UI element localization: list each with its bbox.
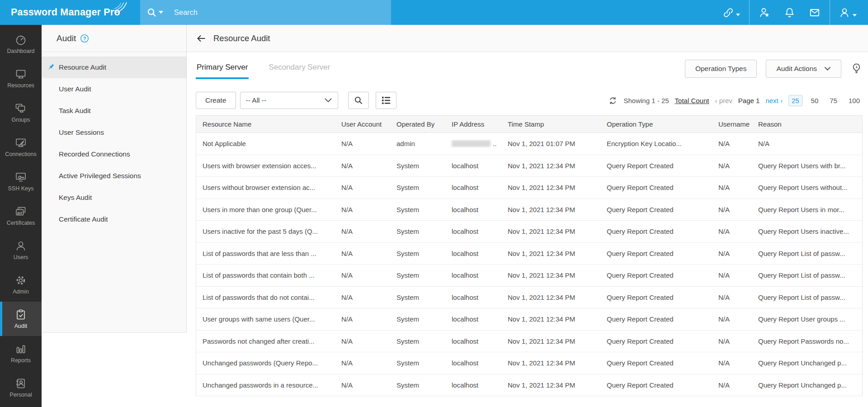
cell-reason: Query Report Unchanged p... (755, 359, 862, 367)
pushpin-icon[interactable] (47, 63, 56, 71)
sidebar-item-personal[interactable]: Personal (0, 370, 42, 405)
page-size-100[interactable]: 100 (846, 95, 863, 106)
table-row[interactable]: Unchanged passwords in a resource... N/A… (196, 374, 862, 397)
sidebar-item-label: Dashboard (7, 48, 34, 54)
next-page-link[interactable]: next › (765, 97, 783, 104)
sidebar-item-audit[interactable]: Audit (0, 302, 42, 336)
column-header[interactable]: Username (715, 120, 755, 128)
prev-page-link[interactable]: ‹ prev (715, 97, 732, 104)
cell-time-stamp: Nov 1, 2021 01:07 PM (504, 140, 603, 147)
page-size-75[interactable]: 75 (827, 95, 840, 106)
table-row[interactable]: User groups with same users (Quer... N/A… (196, 308, 862, 331)
menu-item-resource-audit[interactable]: Resource Audit (42, 57, 186, 78)
users-icon (15, 240, 27, 252)
cell-user-account: N/A (338, 140, 393, 147)
page-size-25[interactable]: 25 (788, 95, 802, 106)
column-chooser-button[interactable] (376, 92, 396, 109)
column-header[interactable]: Resource Name (196, 120, 338, 128)
cell-operation-type: Encryption Key Locatio... (603, 140, 715, 147)
cell-user-account: N/A (338, 381, 393, 389)
sidebar-item-admin[interactable]: Admin (0, 267, 42, 302)
cell-operated-by: System (393, 337, 448, 345)
table-row[interactable]: List of passwords that contain both ... … (196, 265, 862, 287)
cell-operated-by: System (393, 315, 448, 323)
sidebar-item-ssh-keys[interactable]: SSH Keys (0, 164, 42, 199)
cell-operated-by: System (393, 293, 448, 301)
table-row[interactable]: Users without browser extension ac... N/… (196, 177, 862, 199)
cell-username: N/A (715, 140, 755, 147)
profile-icon[interactable] (832, 0, 863, 25)
page-size-50[interactable]: 50 (808, 95, 821, 106)
column-header[interactable]: IP Address (448, 120, 504, 128)
sidebar-item-users[interactable]: Users (0, 233, 42, 267)
total-count-link[interactable]: Total Count (675, 97, 709, 104)
search-filter-button[interactable] (348, 92, 369, 109)
sidebar-item-dashboard[interactable]: Dashboard (0, 27, 42, 61)
mail-icon[interactable] (802, 0, 827, 25)
search-caret-icon[interactable] (159, 11, 163, 14)
table-row[interactable]: Unchanged passwords (Query Repo... N/A S… (196, 352, 862, 374)
column-header[interactable]: Reason (755, 120, 862, 128)
chevron-down-icon (824, 66, 831, 71)
table-row[interactable]: Not Applicable N/A admin .. Nov 1, 2021 … (196, 133, 862, 155)
operation-types-button[interactable]: Operation Types (685, 60, 757, 78)
sidebar-item-connections[interactable]: Connections (0, 130, 42, 164)
column-header[interactable]: Time Stamp (504, 120, 603, 128)
menu-item-label: Active Privileged Sessions (59, 172, 141, 180)
table-row[interactable]: Users with browser extension acces... N/… (196, 155, 862, 177)
quick-connect-icon[interactable] (716, 0, 747, 25)
access-requests-icon[interactable] (752, 0, 777, 25)
cell-resource-name: User groups with same users (Quer... (196, 315, 338, 323)
table-row[interactable]: Users in more than one group (Quer... N/… (196, 199, 862, 221)
operation-types-label: Operation Types (695, 65, 746, 73)
filter-select[interactable]: -- All -- (240, 92, 338, 109)
main-content: Resource Audit Primary Server Secondary … (187, 25, 868, 407)
global-search[interactable]: Search (140, 0, 391, 25)
cell-resource-name: Users with browser extension acces... (196, 162, 338, 170)
audit-actions-button[interactable]: Audit Actions (766, 60, 841, 78)
sidebar-item-label: Users (14, 254, 28, 260)
menu-item-active-privileged-sessions[interactable]: Active Privileged Sessions (42, 165, 186, 187)
table-row[interactable]: Users inactive for the past 5 days (Q...… (196, 221, 862, 243)
sidebar-item-reports[interactable]: Reports (0, 336, 42, 370)
menu-item-recorded-connections[interactable]: Recorded Connections (42, 143, 186, 165)
create-button[interactable]: Create (196, 92, 236, 109)
app-logo: Password Manager Pro (11, 0, 120, 25)
menu-item-user-audit[interactable]: User Audit (42, 78, 186, 100)
groups-icon (15, 103, 27, 114)
help-icon[interactable]: ? (80, 34, 89, 43)
table-row[interactable]: List of passwords that do not contai... … (196, 287, 862, 309)
cell-ip-address: localhost (448, 271, 504, 279)
ip-text: localhost (452, 250, 478, 257)
tab-secondary-server[interactable]: Secondary Server (268, 58, 331, 79)
tab-primary-server[interactable]: Primary Server (196, 58, 249, 79)
reports-icon (15, 343, 27, 355)
lightbulb-tip-icon[interactable] (850, 63, 863, 75)
sidebar-item-resources[interactable]: Resources (0, 61, 42, 95)
search-icon (354, 96, 363, 105)
sidebar-item-groups[interactable]: Groups (0, 95, 42, 130)
notifications-bell-icon[interactable] (777, 0, 802, 25)
menu-item-task-audit[interactable]: Task Audit (42, 100, 186, 122)
app-logo-text: Password Manager Pro (11, 7, 120, 18)
column-header[interactable]: User Account (338, 120, 393, 128)
back-arrow-icon[interactable] (196, 33, 207, 44)
sidebar-item-certificates[interactable]: Certificates (0, 199, 42, 233)
sidebar-item-label: Connections (5, 151, 37, 157)
ip-text: localhost (452, 293, 478, 301)
ip-text: localhost (452, 271, 478, 279)
refresh-icon[interactable] (609, 96, 617, 105)
menu-item-user-sessions[interactable]: User Sessions (42, 122, 186, 143)
sidebar-item-label: Resources (7, 82, 34, 89)
cell-resource-name: List of passwords that do not contai... (196, 293, 338, 301)
cell-user-account: N/A (338, 162, 393, 170)
column-header[interactable]: Operation Type (603, 120, 715, 128)
table-row[interactable]: Passwords not changed after creati... N/… (196, 331, 862, 353)
cell-time-stamp: Nov 1, 2021 12:34 PM (504, 162, 603, 170)
menu-item-certificate-audit[interactable]: Certificate Audit (42, 208, 186, 230)
table-row[interactable]: List of passwords that are less than ...… (196, 243, 862, 265)
column-header[interactable]: Operated By (393, 120, 448, 128)
menu-item-keys-audit[interactable]: Keys Audit (42, 187, 186, 208)
cell-operated-by: System (393, 206, 448, 213)
cell-ip-address: localhost (448, 250, 504, 257)
